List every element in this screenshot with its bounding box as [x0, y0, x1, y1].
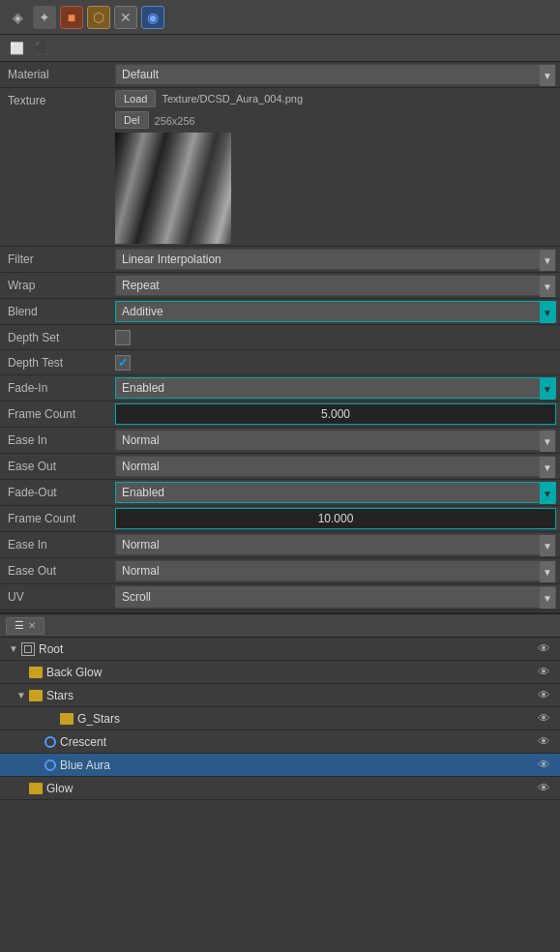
toolbar-icon-box[interactable]: ■ [60, 6, 83, 29]
eye-icon-g-stars[interactable]: 👁 [533, 708, 554, 729]
ease-in-2-dropdown-arrow: ▼ [540, 535, 555, 556]
tree-icon-blue-aura [44, 759, 56, 771]
load-button[interactable]: Load [115, 90, 156, 107]
toolbar-icon-cube[interactable]: ◉ [141, 6, 164, 29]
tree-icon-back-glow [29, 667, 43, 678]
scene-panel: ☰ ✕ ▼ Root 👁 Back Glow 👁 ▼ Stars 👁 G_Sta… [0, 612, 560, 800]
tree-toggle-crescent[interactable] [31, 736, 43, 748]
tree-icon-root [21, 642, 35, 656]
ease-out-1-label: Ease Out [0, 456, 111, 477]
tree-icon-stars [29, 690, 43, 701]
filter-dropdown[interactable]: Linear Interpolation ▼ [115, 249, 556, 270]
tree-toggle-glow[interactable] [15, 783, 27, 794]
fade-in-dropdown[interactable]: Enabled ▼ [115, 377, 556, 399]
depth-test-value [111, 353, 560, 372]
texture-size: 256x256 [155, 115, 195, 127]
sub-icon-left[interactable]: ⬜ [6, 38, 27, 59]
wrap-dropdown[interactable]: Repeat ▼ [115, 275, 556, 296]
eye-icon-back-glow[interactable]: 👁 [533, 662, 554, 683]
tree-item-root[interactable]: ▼ Root 👁 [0, 638, 560, 661]
ease-in-1-row: Ease In Normal ▼ [0, 428, 560, 454]
tree-label-blue-aura: Blue Aura [60, 759, 560, 772]
scene-tab[interactable]: ☰ ✕ [6, 617, 44, 635]
tree-item-g-stars[interactable]: G_Stars 👁 [0, 707, 560, 730]
sub-toolbar: ⬜ ⬛ [0, 35, 560, 62]
fade-out-dropdown[interactable]: Enabled ▼ [115, 482, 556, 503]
toolbar-icon-close[interactable]: ✕ [114, 6, 137, 29]
tree-icon-g-stars [60, 713, 74, 725]
del-button[interactable]: Del [115, 111, 149, 129]
blend-label: Blend [0, 301, 111, 322]
frame-count-1-row: Frame Count [0, 402, 560, 428]
toolbar-icon-move[interactable]: ✦ [33, 6, 56, 29]
texture-buttons: Load Texture/DCSD_Aura_004.png [115, 90, 556, 107]
texture-preview [115, 133, 231, 244]
texture-section: Load Texture/DCSD_Aura_004.png Del 256x2… [111, 88, 560, 246]
tree-toggle-g-stars[interactable] [46, 713, 58, 725]
scene-tab-close[interactable]: ✕ [28, 620, 36, 631]
eye-icon-crescent[interactable]: 👁 [533, 731, 554, 753]
tree-toggle-root[interactable]: ▼ [8, 643, 19, 655]
tree-label-stars: Stars [46, 689, 560, 702]
texture-row: Texture Load Texture/DCSD_Aura_004.png D… [0, 88, 560, 247]
ease-in-1-label: Ease In [0, 430, 111, 451]
ease-out-2-dropdown[interactable]: Normal ▼ [115, 560, 556, 581]
ease-out-1-row: Ease Out Normal ▼ [0, 454, 560, 480]
frame-count-1-value [111, 402, 560, 427]
filter-value: Linear Interpolation ▼ [111, 247, 560, 272]
blend-dropdown-arrow: ▼ [540, 302, 555, 323]
uv-dropdown-arrow: ▼ [540, 587, 555, 609]
eye-icon-stars[interactable]: 👁 [533, 685, 554, 706]
sub-icon-right[interactable]: ⬛ [31, 38, 52, 59]
depth-test-checkbox[interactable] [115, 355, 131, 371]
eye-icon-blue-aura[interactable]: 👁 [533, 755, 554, 776]
ease-in-1-value: Normal ▼ [111, 428, 560, 453]
material-row: Material Default ▼ [0, 62, 560, 88]
tree-toggle-blue-aura[interactable] [31, 759, 43, 771]
wrap-dropdown-arrow: ▼ [540, 276, 555, 297]
tree-item-crescent[interactable]: Crescent 👁 [0, 730, 560, 754]
scene-header: ☰ ✕ [0, 614, 560, 638]
blend-dropdown[interactable]: Additive ▼ [115, 301, 556, 322]
tree-toggle-back-glow[interactable] [15, 667, 27, 678]
uv-dropdown[interactable]: Scroll ▼ [115, 586, 556, 608]
depth-set-row: Depth Set [0, 325, 560, 350]
uv-label: UV [0, 586, 111, 608]
tree-label-crescent: Crescent [60, 735, 560, 749]
ease-in-2-label: Ease In [0, 534, 111, 555]
depth-set-value [111, 328, 560, 347]
frame-count-2-row: Frame Count [0, 506, 560, 532]
tree-item-glow[interactable]: Glow 👁 [0, 777, 560, 800]
depth-set-checkbox[interactable] [115, 330, 131, 345]
eye-icon-glow[interactable]: 👁 [533, 778, 554, 799]
tree-item-blue-aura[interactable]: Blue Aura 👁 [0, 754, 560, 777]
frame-count-2-input[interactable] [115, 508, 556, 529]
scene-tab-icon: ☰ [15, 619, 24, 632]
fade-in-label: Fade-In [0, 377, 111, 399]
tree-toggle-stars[interactable]: ▼ [15, 690, 27, 701]
tree-icon-crescent [44, 736, 56, 748]
ease-in-1-dropdown[interactable]: Normal ▼ [115, 430, 556, 451]
depth-set-checkbox-wrapper [115, 330, 556, 345]
toolbar-icon-transform[interactable]: ◈ [6, 6, 29, 29]
wrap-value: Repeat ▼ [111, 273, 560, 298]
filter-row: Filter Linear Interpolation ▼ [0, 247, 560, 273]
properties-panel: Material Default ▼ Texture Load Texture/… [0, 62, 560, 610]
frame-count-2-value [111, 506, 560, 531]
toolbar-icon-hex[interactable]: ⬡ [87, 6, 110, 29]
fade-out-label: Fade-Out [0, 482, 111, 503]
frame-count-1-input[interactable] [115, 403, 556, 425]
ease-out-2-row: Ease Out Normal ▼ [0, 558, 560, 584]
material-dropdown[interactable]: Default ▼ [115, 64, 556, 85]
material-value: Default ▼ [111, 62, 560, 87]
ease-out-1-dropdown[interactable]: Normal ▼ [115, 456, 556, 477]
depth-set-label: Depth Set [0, 327, 111, 348]
tree-item-back-glow[interactable]: Back Glow 👁 [0, 661, 560, 684]
wrap-row: Wrap Repeat ▼ [0, 273, 560, 299]
ease-out-2-value: Normal ▼ [111, 558, 560, 583]
tree-item-stars[interactable]: ▼ Stars 👁 [0, 684, 560, 707]
ease-out-2-label: Ease Out [0, 560, 111, 581]
ease-in-2-dropdown[interactable]: Normal ▼ [115, 534, 556, 555]
eye-icon-root[interactable]: 👁 [533, 639, 554, 660]
fade-out-value: Enabled ▼ [111, 480, 560, 505]
